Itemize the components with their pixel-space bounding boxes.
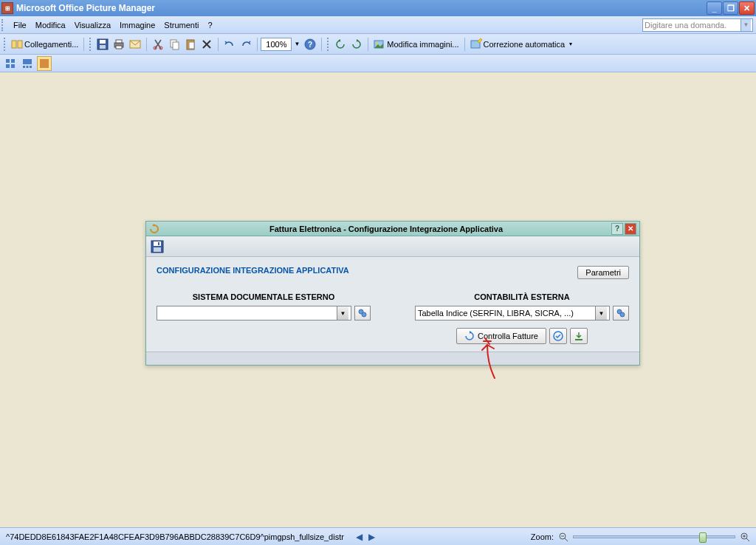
svg-rect-12 (173, 42, 179, 49)
delete-button[interactable] (199, 37, 215, 52)
chevron-down-icon[interactable]: ▼ (595, 306, 607, 320)
paste-button[interactable] (182, 37, 199, 52)
svg-rect-38 (575, 339, 583, 340)
zoom-in-button[interactable] (740, 532, 750, 542)
svg-rect-23 (11, 64, 15, 68)
zoom-input[interactable] (261, 38, 292, 51)
edit-images-icon (374, 38, 385, 50)
save-icon (97, 38, 109, 50)
redo-button[interactable] (238, 37, 254, 52)
download-button[interactable] (570, 328, 588, 344)
filename-label: ^74DEDD8E61843FAE2F1A48CFEAF3D9B796ABBDC… (6, 532, 344, 541)
paste-icon (185, 38, 196, 50)
rotate-left-icon (334, 38, 346, 50)
zoom-slider-thumb[interactable] (699, 532, 707, 543)
grip-handle[interactable] (327, 38, 330, 51)
svg-rect-21 (11, 59, 15, 63)
save-button[interactable] (94, 37, 111, 52)
single-icon (39, 58, 49, 69)
menu-strumenti[interactable]: Strumenti (159, 19, 203, 31)
dialog-toolbar (146, 236, 639, 257)
sistema-documentale-column: SISTEMA DOCUMENTALE ESTERNO ▼ (157, 292, 371, 344)
svg-rect-22 (6, 64, 10, 68)
sistema-documentale-combo[interactable]: ▼ (157, 306, 351, 321)
print-button[interactable] (111, 37, 127, 52)
shortcuts-label: Collegamenti... (24, 40, 78, 49)
help-button[interactable]: ? (302, 37, 318, 52)
fattura-dialog: Fattura Elettronica - Configurazione Int… (145, 221, 640, 366)
filmstrip-view-button[interactable] (20, 56, 35, 71)
dialog-save-button[interactable] (151, 240, 164, 253)
shortcuts-button[interactable]: Collegamenti... (9, 37, 80, 52)
redo-icon (240, 38, 252, 50)
svg-rect-7 (116, 46, 122, 49)
zoom-out-button[interactable] (558, 532, 568, 542)
next-image-button[interactable]: ▶ (368, 532, 375, 542)
minimize-button[interactable]: _ (707, 1, 722, 15)
svg-rect-25 (23, 66, 25, 68)
dialog-close-button[interactable]: ✕ (625, 223, 636, 235)
dialog-heading: CONFIGURAZIONE INTEGRAZIONE APPLICATIVA (157, 266, 349, 275)
col-right-label: CONTABILITÀ ESTERNA (415, 292, 629, 301)
dialog-help-button[interactable]: ? (611, 223, 623, 235)
menu-immagine[interactable]: Immagine (115, 19, 159, 31)
view-bar (0, 55, 756, 72)
chevron-down-icon[interactable]: ▼ (740, 19, 751, 31)
menu-visualizza[interactable]: Visualizza (70, 19, 115, 31)
controlla-label: Controlla Fatture (478, 332, 538, 340)
help-search[interactable]: Digitare una domanda.▼ (642, 18, 753, 32)
grip-handle[interactable] (89, 38, 92, 51)
svg-rect-28 (40, 59, 49, 68)
chevron-down-icon[interactable]: ▼ (337, 306, 348, 320)
sistema-link-button[interactable] (354, 306, 371, 321)
edit-images-button[interactable]: Modifica immagini... (371, 37, 461, 52)
rotate-right-icon (351, 38, 362, 50)
toolbar: Collegamenti... ▼ ? Modifica immagini...… (0, 34, 756, 55)
svg-rect-6 (116, 40, 122, 43)
svg-rect-4 (100, 45, 106, 49)
shortcuts-icon (11, 38, 23, 50)
grip-handle[interactable] (4, 38, 7, 51)
menu-file[interactable]: File (9, 19, 31, 31)
undo-button[interactable] (221, 37, 238, 52)
parametri-button[interactable]: Parametri (577, 266, 629, 279)
svg-point-36 (620, 312, 625, 317)
rotate-right-button[interactable] (348, 37, 365, 52)
close-button[interactable]: ✕ (739, 1, 755, 15)
svg-rect-30 (154, 241, 161, 246)
controlla-fatture-button[interactable]: Controlla Fatture (456, 328, 546, 344)
filmstrip-icon (22, 58, 32, 69)
svg-rect-14 (189, 42, 194, 49)
svg-rect-3 (100, 40, 106, 44)
delete-icon (201, 38, 213, 50)
prev-image-button[interactable]: ◀ (356, 532, 362, 542)
maximize-button[interactable]: ❐ (723, 1, 738, 15)
menu-modifica[interactable]: Modifica (31, 19, 70, 31)
col-left-label: SISTEMA DOCUMENTALE ESTERNO (157, 292, 371, 301)
grip-handle[interactable] (1, 19, 4, 31)
autocorrect-button[interactable]: Correzione automatica (468, 37, 568, 52)
contabilita-column: CONTABILITÀ ESTERNA Tabella Indice (SERF… (415, 292, 629, 344)
check-button[interactable] (549, 328, 567, 344)
mail-button[interactable] (127, 37, 143, 52)
menu-help[interactable]: ? (203, 19, 216, 31)
help-search-placeholder: Digitare una domanda. (645, 21, 726, 30)
svg-rect-26 (27, 66, 29, 68)
copy-button[interactable] (166, 37, 182, 52)
app-icon: ⊞ (1, 2, 13, 14)
cut-button[interactable] (150, 37, 166, 52)
print-icon (113, 38, 125, 50)
contabilita-link-button[interactable] (613, 306, 629, 321)
toolbar-overflow[interactable]: ▾ (567, 39, 574, 49)
link-icon (357, 308, 368, 318)
svg-text:?: ? (308, 41, 312, 49)
single-view-button[interactable] (37, 56, 52, 71)
contabilita-value: Tabella Indice (SERFIN, LIBRA, SICRA, ..… (418, 309, 574, 318)
zoom-dropdown[interactable]: ▼ (292, 39, 302, 49)
refresh-icon (464, 331, 475, 341)
thumbnail-view-button[interactable] (3, 56, 18, 71)
contabilita-combo[interactable]: Tabella Indice (SERFIN, LIBRA, SICRA, ..… (415, 306, 610, 321)
zoom-slider[interactable] (573, 535, 735, 538)
rotate-left-button[interactable] (332, 37, 348, 52)
check-icon (553, 331, 563, 341)
